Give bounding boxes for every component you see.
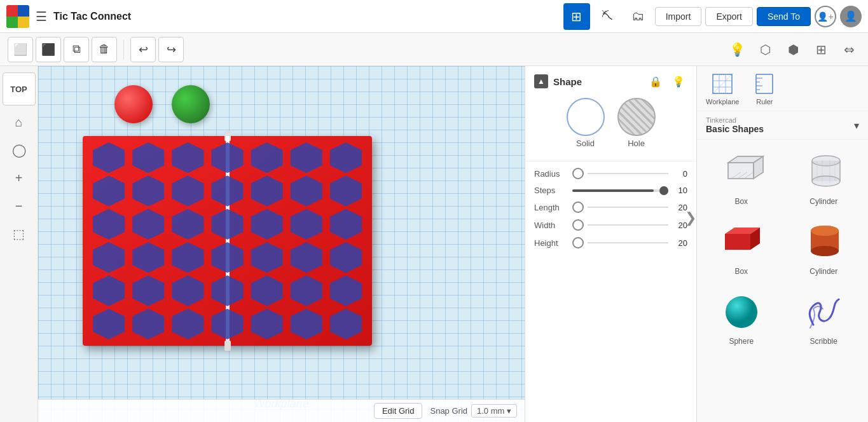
steps-control: [572, 189, 668, 192]
delete-button[interactable]: 🗑: [92, 37, 117, 62]
steps-slider-thumb[interactable]: [659, 186, 668, 195]
hex-hole: [288, 142, 325, 173]
lock-icon[interactable]: 🔒: [647, 72, 665, 90]
snap-grid-value[interactable]: 1.0 mm ▾: [471, 404, 517, 418]
shape-panel: ▲ Shape 🔒 💡 Solid Hole: [525, 66, 696, 161]
game-board[interactable]: [83, 136, 372, 346]
hex-hole: [90, 309, 127, 339]
shapes-sidebar: Workplane Ruler Tinkercad Basic S: [696, 66, 868, 422]
circles-row: [114, 85, 372, 123]
red-circle[interactable]: [114, 85, 153, 123]
shape3d-button[interactable]: ⬢: [782, 38, 804, 61]
edit-grid-button[interactable]: Edit Grid: [374, 403, 423, 419]
shape-label: Cylinder: [809, 267, 837, 276]
tinkercad-logo[interactable]: [6, 5, 29, 28]
width-label: Width: [534, 221, 572, 230]
shape2d-button[interactable]: ⬡: [754, 38, 776, 61]
hex-hole: [169, 242, 206, 273]
light-button[interactable]: 💡: [726, 38, 748, 61]
import-button[interactable]: Import: [655, 7, 702, 26]
home-view-button[interactable]: ⌂: [8, 111, 31, 133]
hole-label: Hole: [628, 139, 645, 148]
shape-item-sphere-teal[interactable]: Sphere: [703, 286, 780, 350]
hex-hole: [130, 175, 167, 206]
height-label: Height: [534, 238, 572, 248]
cylinder-orange-thumb: [798, 220, 849, 264]
hex-hole: [249, 275, 286, 306]
select-button[interactable]: ◯: [8, 139, 31, 161]
toolbar-right: 💡 ⬡ ⬢ ⊞ ⇔: [726, 38, 860, 61]
export-button[interactable]: Export: [705, 7, 752, 26]
hex-hole: [90, 209, 127, 240]
radius-slider-track: [588, 173, 668, 174]
radius-input[interactable]: [572, 168, 584, 179]
perspective-button[interactable]: ⬚: [8, 222, 31, 245]
hole-option[interactable]: Hole: [617, 98, 656, 148]
shape-item-cylinder-orange[interactable]: Cylinder: [786, 216, 862, 280]
add-user-icon[interactable]: 👤+: [815, 6, 836, 27]
duplicate-button[interactable]: ⧉: [64, 37, 89, 62]
view-label[interactable]: TOP: [3, 72, 36, 106]
hex-hole: [327, 275, 364, 306]
header: ☰ Tic Tac Connect ⊞ ⛏ 🗂 Import Export Se…: [0, 0, 868, 33]
shapes-dropdown[interactable]: Tinkercad Basic Shapes ▾: [697, 111, 868, 140]
hex-hole: [327, 175, 364, 206]
shape-label: Sphere: [729, 337, 754, 346]
shape-item-cylinder-wire[interactable]: Cylinder: [786, 146, 862, 210]
header-right: ⊞ ⛏ 🗂 Import Export Send To 👤+ 👤: [563, 3, 862, 30]
chevron-right-icon[interactable]: ❯: [685, 210, 696, 226]
shape-item-box-red[interactable]: Box: [703, 216, 780, 280]
build-button[interactable]: ⛏: [594, 3, 621, 30]
category-label: Basic Shapes: [706, 124, 764, 134]
redo-button[interactable]: ↪: [158, 37, 184, 62]
length-row: Length 20: [534, 201, 687, 213]
shape-label: Box: [734, 197, 748, 206]
hex-hole: [169, 309, 206, 339]
workplane-label: Workplane: [706, 98, 739, 106]
width-slider-track: [588, 224, 668, 226]
green-circle[interactable]: [172, 85, 210, 123]
shape-label: Box: [734, 267, 748, 276]
svg-marker-31: [725, 234, 750, 250]
panel-collapse-button[interactable]: ▲: [534, 74, 548, 88]
shape-options: Solid Hole: [534, 98, 687, 148]
shapes-grid: Box: [697, 140, 868, 356]
shape-item-box-wire[interactable]: Box: [703, 146, 780, 210]
ruler-tool[interactable]: Ruler: [752, 71, 777, 106]
visibility-icon[interactable]: 💡: [670, 72, 687, 90]
solid-option[interactable]: Solid: [567, 98, 605, 148]
hex-hole: [209, 175, 245, 206]
user-avatar[interactable]: 👤: [840, 6, 862, 27]
workplane-tool[interactable]: Workplane: [706, 71, 739, 106]
main: TOP ⌂ ◯ + − ⬚ Workplane: [0, 66, 868, 422]
props-section: Radius 0 Steps 10 Le: [525, 161, 696, 261]
undo-button[interactable]: ↩: [130, 37, 156, 62]
align-button[interactable]: ⊞: [809, 38, 832, 61]
hex-hole: [327, 309, 364, 339]
hole-preview: [617, 98, 656, 136]
length-input[interactable]: [572, 201, 584, 213]
header-left: ☰ Tic Tac Connect: [6, 5, 131, 28]
hex-hole: [90, 242, 127, 273]
toolbar-separator: [123, 40, 124, 59]
hex-hole: [169, 275, 206, 306]
width-input[interactable]: [572, 219, 584, 231]
radius-value: 0: [668, 169, 687, 179]
mirror-button[interactable]: ⇔: [837, 38, 860, 61]
shape-item-scribble-blue[interactable]: Scribble: [786, 286, 862, 350]
send-to-button[interactable]: Send To: [757, 7, 811, 26]
hex-hole: [288, 242, 325, 273]
cylinder-wireframe-thumb: [798, 150, 849, 194]
zoom-out-button[interactable]: −: [8, 194, 31, 217]
copy-to-cad-button[interactable]: ⬛: [36, 37, 61, 62]
hex-hole: [169, 175, 206, 206]
canvas-area[interactable]: Workplane: [38, 66, 525, 422]
box-button[interactable]: 🗂: [624, 3, 651, 30]
height-slider-track: [588, 242, 668, 243]
zoom-in-button[interactable]: +: [8, 167, 31, 189]
new-button[interactable]: ⬜: [8, 37, 33, 62]
hex-hole: [130, 309, 167, 339]
height-input[interactable]: [572, 237, 584, 248]
grid-view-button[interactable]: ⊞: [563, 3, 590, 30]
radius-label: Radius: [534, 169, 572, 179]
